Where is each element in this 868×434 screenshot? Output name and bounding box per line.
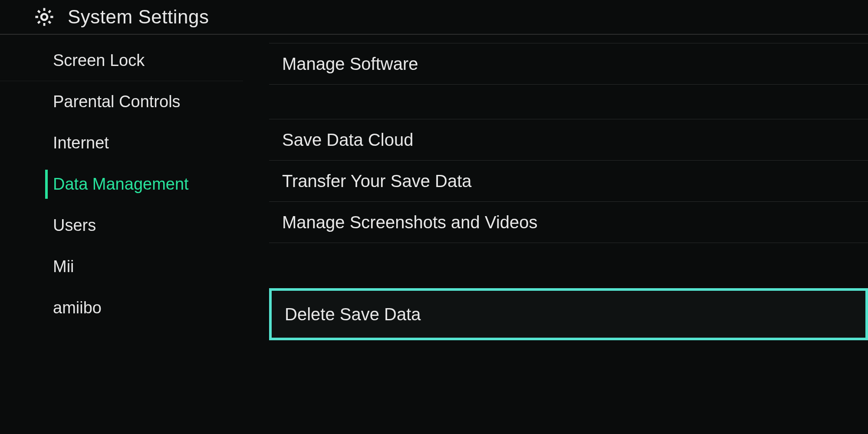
content-item-label: Save Data Cloud (282, 130, 413, 150)
sidebar-item-label: Mii (53, 257, 74, 276)
content-item-label: Manage Software (282, 54, 418, 74)
sidebar-item-label: Parental Controls (53, 92, 181, 111)
content-item-label: Transfer Your Save Data (282, 171, 472, 191)
page-title: System Settings (68, 6, 209, 28)
content: Manage SoftwareSave Data CloudTransfer Y… (243, 35, 868, 433)
content-item-transfer-your-save-data[interactable]: Transfer Your Save Data (269, 160, 868, 202)
sidebar-item-amiibo[interactable]: amiibo (0, 287, 243, 329)
sidebar-item-label: Internet (53, 134, 109, 152)
content-item-label: Manage Screenshots and Videos (282, 213, 538, 232)
sidebar-item-data-management[interactable]: Data Management (0, 164, 243, 205)
gear-icon (33, 6, 56, 28)
content-item-label: Delete Save Data (285, 305, 421, 324)
content-item-delete-save-data[interactable]: Delete Save Data (269, 288, 868, 340)
sidebar-item-mii[interactable]: Mii (0, 246, 243, 287)
content-item-manage-screenshots-and-videos[interactable]: Manage Screenshots and Videos (269, 201, 868, 243)
content-item-manage-software[interactable]: Manage Software (269, 43, 868, 85)
sidebar-item-users[interactable]: Users (0, 205, 243, 246)
sidebar-item-screen-lock[interactable]: Screen Lock (0, 40, 243, 81)
content-gap (243, 85, 868, 119)
svg-point-0 (41, 14, 47, 20)
sidebar-item-parental-controls[interactable]: Parental Controls (0, 81, 243, 122)
sidebar-item-internet[interactable]: Internet (0, 122, 243, 164)
sidebar-item-label: Screen Lock (53, 51, 145, 70)
header: System Settings (0, 0, 868, 35)
content-gap (243, 243, 868, 278)
body: Screen LockParental ControlsInternetData… (0, 35, 868, 433)
content-item-save-data-cloud[interactable]: Save Data Cloud (269, 119, 868, 161)
sidebar-item-label: Users (53, 216, 96, 235)
sidebar: Screen LockParental ControlsInternetData… (0, 35, 243, 433)
sidebar-item-label: amiibo (53, 299, 102, 317)
sidebar-item-label: Data Management (53, 175, 189, 194)
